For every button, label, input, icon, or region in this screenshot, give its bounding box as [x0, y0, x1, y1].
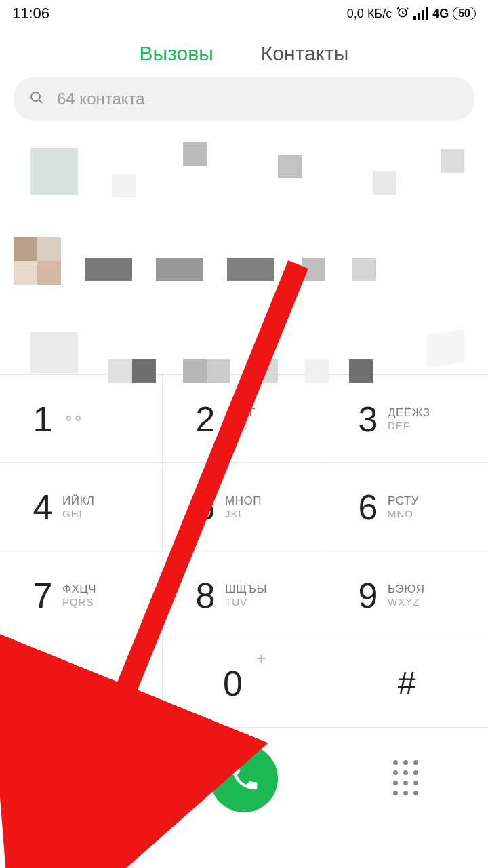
- network-label: 4G: [432, 7, 449, 21]
- tab-contacts[interactable]: Контакты: [261, 42, 349, 65]
- dialpad-key-star[interactable]: ✱: [0, 639, 163, 728]
- status-time: 11:06: [12, 5, 49, 22]
- dialpad-toggle-button[interactable]: [393, 760, 420, 797]
- dialpad-key-7[interactable]: 7 ФХЦЧ PQRS: [0, 551, 163, 639]
- phone-icon: [228, 762, 260, 795]
- dialpad-key-8[interactable]: 8 ШЩЪЫ TUV: [163, 551, 325, 639]
- search-icon: [28, 90, 45, 108]
- dialpad: 1 ⚬⚬ 2 АБВГ ABC 3 ДЕЁЖЗ DEF 4 ИЙКЛ GHI 5…: [0, 374, 488, 728]
- battery-indicator: 50: [453, 7, 476, 20]
- status-bar: 11:06 0,0 КБ/с 4G 50: [0, 0, 488, 27]
- svg-point-1: [31, 92, 40, 101]
- list-item[interactable]: [14, 332, 474, 407]
- bottom-bar: [0, 728, 488, 829]
- list-item[interactable]: [14, 142, 474, 217]
- tab-bar: Вызовы Контакты: [0, 27, 488, 77]
- search-bar[interactable]: 64 контакта: [14, 77, 474, 121]
- dialpad-key-4[interactable]: 4 ИЙКЛ GHI: [0, 463, 163, 551]
- voicemail-icon: ⚬⚬: [62, 410, 81, 428]
- data-rate: 0,0 КБ/с: [347, 7, 392, 21]
- recent-calls-list[interactable]: [0, 130, 488, 374]
- call-button[interactable]: [210, 745, 278, 812]
- menu-button[interactable]: [69, 770, 94, 787]
- dialpad-key-hash[interactable]: #: [325, 639, 488, 728]
- alarm-icon: [396, 5, 409, 22]
- search-placeholder: 64 контакта: [57, 90, 145, 108]
- tab-calls[interactable]: Вызовы: [140, 42, 214, 65]
- signal-icon: [413, 7, 428, 20]
- plus-icon: +: [256, 649, 266, 668]
- status-right: 0,0 КБ/с 4G 50: [347, 5, 476, 22]
- dialpad-key-0[interactable]: 0 +: [163, 639, 325, 728]
- dialpad-key-6[interactable]: 6 РСТУ MNO: [325, 463, 488, 551]
- dialpad-key-5[interactable]: 5 МНОП JKL: [163, 463, 325, 551]
- list-item[interactable]: [14, 237, 474, 312]
- dialpad-key-9[interactable]: 9 ЬЭЮЯ WXYZ: [325, 551, 488, 639]
